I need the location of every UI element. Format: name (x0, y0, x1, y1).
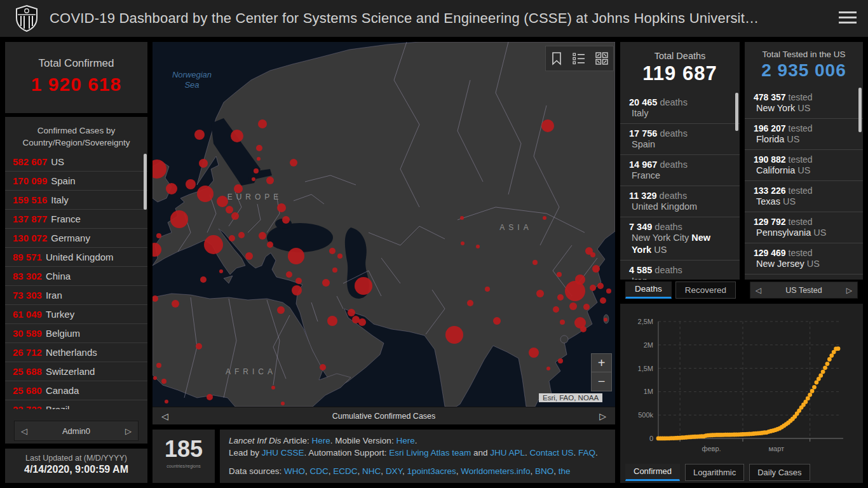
case-bubble[interactable] (231, 130, 243, 142)
case-bubble[interactable] (467, 300, 473, 306)
case-bubble[interactable] (217, 196, 228, 207)
case-bubble[interactable] (560, 320, 565, 325)
case-bubble[interactable] (295, 278, 302, 284)
link[interactable]: CDC (310, 466, 329, 476)
tab-recovered[interactable]: Recovered (675, 281, 736, 299)
confirmed-row[interactable]: 170 099Spain (5, 172, 147, 191)
confirmed-row[interactable]: 89 571United Kingdom (5, 248, 147, 267)
case-bubble[interactable] (322, 279, 330, 287)
zoom-out-button[interactable]: − (592, 372, 611, 391)
layer-prev-icon[interactable]: ◁ (161, 411, 168, 421)
list-item[interactable]: 190 882 testedCalifornia US (745, 150, 863, 181)
scrollbar-thumb[interactable] (735, 93, 738, 131)
case-bubble[interactable] (565, 281, 585, 301)
case-bubble[interactable] (254, 168, 259, 173)
confirmed-row[interactable]: 30 589Belgium (5, 324, 147, 343)
map-canvas[interactable]: Norwegian Sea EUROPE ASIA AFRICA (153, 42, 615, 407)
link[interactable]: JHU APL (490, 448, 525, 458)
list-item[interactable]: 133 226 testedTexas US (745, 181, 863, 212)
case-bubble[interactable] (156, 233, 161, 238)
menu-icon[interactable] (839, 11, 857, 25)
case-bubble[interactable] (281, 402, 285, 405)
case-bubble[interactable] (358, 318, 366, 326)
tab-deaths[interactable]: Deaths (625, 281, 672, 299)
case-bubble[interactable] (267, 241, 273, 248)
list-item[interactable]: 20 465 deathsItaly (620, 93, 740, 124)
case-bubble[interactable] (600, 297, 606, 304)
case-bubble[interactable] (553, 306, 559, 313)
case-bubble[interactable] (194, 130, 205, 140)
list-item[interactable]: 14 967 deathsFrance (620, 155, 740, 186)
case-bubble[interactable] (257, 157, 261, 161)
confirmed-row[interactable]: 23 723Brazil (5, 400, 147, 409)
case-bubble[interactable] (590, 252, 595, 257)
case-bubble[interactable] (485, 287, 490, 292)
link[interactable]: 1point3acres (407, 466, 456, 476)
confirmed-row[interactable]: 159 516Italy (5, 191, 147, 210)
case-bubble[interactable] (592, 265, 600, 273)
case-bubble[interactable] (252, 177, 255, 181)
list-item[interactable]: 17 756 deathsSpain (620, 124, 740, 155)
case-bubble[interactable] (277, 306, 285, 314)
case-bubble[interactable] (245, 252, 253, 260)
scrollbar-thumb[interactable] (144, 154, 147, 210)
case-bubble[interactable] (569, 302, 577, 310)
case-bubble[interactable] (536, 290, 544, 297)
confirmed-row[interactable]: 26 712Netherlands (5, 343, 147, 362)
case-bubble[interactable] (532, 260, 538, 265)
case-bubble[interactable] (226, 206, 233, 214)
link[interactable]: Here (396, 436, 414, 445)
tested-next-icon[interactable]: ▷ (846, 286, 852, 295)
pager-prev-icon[interactable]: ◁ (21, 426, 27, 436)
confirmed-row[interactable]: 137 877France (5, 210, 147, 229)
case-bubble[interactable] (493, 317, 501, 325)
case-bubble[interactable] (204, 235, 223, 254)
case-bubble[interactable] (580, 326, 587, 332)
case-bubble[interactable] (337, 254, 342, 259)
case-bubble[interactable] (286, 271, 292, 278)
link[interactable]: Here (312, 436, 330, 445)
basemap-grid-icon[interactable] (594, 51, 609, 66)
case-bubble[interactable] (606, 288, 611, 294)
list-item[interactable]: 129 469 testedNew Jersey US (745, 243, 863, 274)
case-bubble[interactable] (234, 184, 243, 193)
link[interactable]: WHO (284, 466, 305, 476)
link[interactable]: ECDC (333, 466, 357, 476)
list-item[interactable]: 122 049 testedMassachusetts US (745, 274, 863, 280)
case-bubble[interactable] (219, 269, 223, 273)
case-bubble[interactable] (557, 272, 562, 277)
link[interactable]: Contact US (530, 448, 574, 458)
case-bubble[interactable] (288, 248, 304, 264)
bookmark-icon[interactable] (550, 51, 564, 66)
case-bubble[interactable] (583, 304, 590, 310)
case-bubble[interactable] (199, 159, 208, 168)
case-bubble[interactable] (476, 245, 480, 248)
case-bubble[interactable] (355, 277, 372, 295)
tab-logarithmic[interactable]: Logarithmic (685, 464, 744, 481)
link[interactable]: FAQ (578, 448, 595, 458)
case-bubble[interactable] (165, 400, 168, 403)
case-bubble[interactable] (259, 232, 266, 240)
case-bubble[interactable] (156, 363, 161, 368)
case-bubble[interactable] (166, 183, 177, 194)
confirmed-row[interactable]: 73 303Iran (5, 286, 147, 305)
case-bubble[interactable] (604, 318, 607, 322)
case-bubble[interactable] (529, 348, 539, 358)
case-bubble[interactable] (329, 248, 336, 254)
link[interactable]: JHU CSSE (262, 448, 304, 458)
world-map[interactable]: Norwegian Sea EUROPE ASIA AFRICA (153, 42, 615, 407)
case-bubble[interactable] (292, 285, 302, 295)
case-bubble[interactable] (153, 376, 157, 380)
confirmed-row[interactable]: 61 049Turkey (5, 305, 147, 324)
link[interactable]: Esri Living Atlas team (389, 448, 471, 458)
case-bubble[interactable] (320, 364, 326, 370)
link[interactable]: DXY (386, 466, 402, 476)
zoom-in-button[interactable]: + (592, 354, 611, 372)
case-bubble[interactable] (590, 285, 596, 291)
case-bubble[interactable] (172, 300, 179, 308)
case-bubble[interactable] (445, 326, 463, 344)
case-bubble[interactable] (290, 159, 297, 166)
case-bubble[interactable] (327, 316, 337, 326)
list-item[interactable]: 4 585 deathsIran (620, 261, 740, 280)
case-bubble[interactable] (266, 177, 274, 184)
